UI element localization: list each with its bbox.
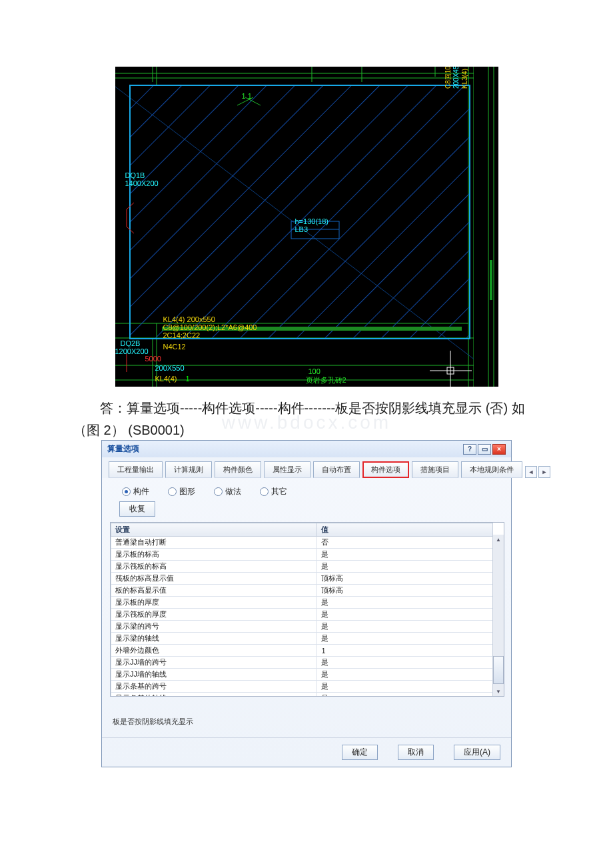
table-row[interactable]: 显示板的标高是 (111, 549, 493, 561)
value-cell[interactable]: 是 (317, 681, 493, 693)
setting-cell: 板的标高显示值 (111, 585, 317, 597)
cad-screenshot: 1 1 DQ1B 1400X200 h=130(18) LB3 KL4(4) 2… (115, 67, 498, 387)
close-icon[interactable]: × (492, 444, 506, 455)
setting-cell: 显示筏板的厚度 (111, 609, 317, 621)
setting-cell: 普通梁自动打断 (111, 537, 317, 549)
tab-comp-options[interactable]: 构件选项 (362, 461, 409, 478)
grid-scrollbar[interactable]: ▲ ▼ (492, 535, 504, 696)
tab-auto-layout[interactable]: 自动布置 (313, 461, 360, 478)
value-cell[interactable]: 是 (317, 633, 493, 645)
table-row[interactable]: 显示条基的轴线是 (111, 693, 493, 697)
tab-bar: 工程量输出 计算规则 构件颜色 属性显示 自动布置 构件选项 措施项目 本地规则… (102, 457, 511, 478)
scroll-down-icon[interactable]: ▼ (494, 687, 503, 696)
setting-cell: 显示JJ墙的跨号 (111, 657, 317, 669)
tab-comp-color[interactable]: 构件颜色 (215, 461, 261, 478)
table-row[interactable]: 板的标高显示值顶标高 (111, 585, 493, 597)
tab-scroll-left-icon[interactable]: ◄ (525, 466, 537, 478)
cad-dq1b: DQ1B 1400X200 (125, 171, 159, 187)
radio-component[interactable]: 构件 (122, 486, 149, 497)
radio-other[interactable]: 其它 (260, 486, 287, 497)
value-cell[interactable]: 顶标高 (317, 573, 493, 585)
tab-calc-rule[interactable]: 计算规则 (165, 461, 212, 478)
cad-shale: 页岩多孔砖2 (306, 375, 346, 385)
setting-cell: 筏板的标高显示值 (111, 573, 317, 585)
table-row[interactable]: 普通梁自动打断否 (111, 537, 493, 549)
setting-cell: 显示板的标高 (111, 549, 317, 561)
cad-dim5000: 5000 (145, 355, 161, 363)
tab-local-rules[interactable]: 本地规则条件 (461, 461, 522, 478)
setting-cell: 显示梁的跨号 (111, 621, 317, 633)
value-cell[interactable]: 是 (317, 621, 493, 633)
dialog-titlebar: 算量选项 ? ▭ × (102, 441, 511, 457)
value-cell[interactable]: 否 (317, 537, 493, 549)
radio-row: 构件 图形 做法 其它 (110, 483, 503, 499)
cad-num1: 1 (186, 375, 190, 383)
cad-right-b: 200X450 (452, 67, 460, 89)
minimize-icon[interactable]: ▭ (478, 444, 491, 455)
options-dialog: 算量选项 ? ▭ × 工程量输出 计算规则 构件颜色 属性显示 自动布置 构件选… (101, 440, 512, 767)
setting-cell: 显示筏板的标高 (111, 561, 317, 573)
tab-prop-display[interactable]: 属性显示 (264, 461, 310, 478)
value-cell[interactable]: 是 (317, 693, 493, 697)
setting-cell: 显示条基的轴线 (111, 693, 317, 697)
table-row[interactable]: 显示梁的轴线是 (111, 633, 493, 645)
cad-dq2b: DQ2B (121, 339, 141, 347)
setting-cell: 显示梁的轴线 (111, 633, 317, 645)
table-row[interactable]: 外墙外边颜色1 (111, 645, 493, 657)
dialog-footer: 确定 取消 应用(A) (102, 737, 511, 767)
help-icon[interactable]: ? (463, 444, 476, 455)
cad-kl44b: KL4(4) 200x550 (163, 315, 215, 323)
value-cell[interactable]: 是 (317, 669, 493, 681)
table-row[interactable]: 显示板的厚度是 (111, 597, 493, 609)
svg-rect-23 (490, 260, 492, 300)
cad-leader-values: 1 1 (242, 92, 252, 100)
setting-cell: 显示条基的跨号 (111, 681, 317, 693)
tab-measures[interactable]: 措施项目 (412, 461, 458, 478)
tab-output[interactable]: 工程量输出 (109, 461, 163, 478)
table-row[interactable]: 显示条基的跨号是 (111, 681, 493, 693)
radio-figure[interactable]: 图形 (168, 486, 195, 497)
radio-practice[interactable]: 做法 (214, 486, 241, 497)
setting-cell: 显示JJ墙的轴线 (111, 669, 317, 681)
col-setting: 设置 (111, 523, 317, 537)
cad-reb2: 2C14;2C22 (163, 331, 201, 339)
ok-button[interactable]: 确定 (342, 745, 378, 760)
cad-dim100: 100 (308, 367, 320, 375)
cad-right-c: KL3(4) (461, 69, 468, 89)
answer-paragraph: 答：算量选项-----构件选项-----构件-------板是否按阴影线填充显示… (73, 397, 540, 441)
cad-reb3: N4C12 (163, 343, 186, 351)
cad-dim200x550: 200X550 (155, 364, 185, 372)
value-cell[interactable]: 顶标高 (317, 585, 493, 597)
table-row[interactable]: 显示筏板的标高是 (111, 561, 493, 573)
value-cell[interactable]: 是 (317, 549, 493, 561)
value-cell[interactable]: 是 (317, 597, 493, 609)
value-cell[interactable]: 是 (317, 609, 493, 621)
settings-grid: 设置 值 普通梁自动打断否显示板的标高是显示筏板的标高是筏板的标高显示值顶标高板… (110, 522, 504, 697)
restore-button[interactable]: 收复 (119, 501, 155, 517)
value-cell[interactable]: 1 (317, 645, 493, 657)
table-row[interactable]: 显示JJ墙的轴线是 (111, 669, 493, 681)
scroll-up-icon[interactable]: ▲ (494, 535, 503, 544)
svg-rect-20 (474, 67, 498, 387)
dialog-title-text: 算量选项 (107, 443, 139, 455)
cad-dim12: 1200X200 (115, 347, 149, 355)
value-cell[interactable]: 是 (317, 561, 493, 573)
radio-label: 构件 (133, 486, 149, 497)
cad-slab: h=130(18) LB3 (295, 217, 328, 233)
setting-cell: 外墙外边颜色 (111, 645, 317, 657)
table-row[interactable]: 显示筏板的厚度是 (111, 609, 493, 621)
radio-label: 图形 (179, 486, 195, 497)
svg-rect-18 (130, 85, 470, 339)
table-row[interactable]: 筏板的标高显示值顶标高 (111, 573, 493, 585)
radio-label: 其它 (271, 486, 287, 497)
value-cell[interactable]: 是 (317, 657, 493, 669)
apply-button[interactable]: 应用(A) (454, 745, 500, 760)
cancel-button[interactable]: 取消 (398, 745, 434, 760)
cad-right-a: C8回100 (444, 67, 453, 89)
scroll-thumb[interactable] (493, 656, 504, 684)
table-row[interactable]: 显示JJ墙的跨号是 (111, 657, 493, 669)
tab-scroll-right-icon[interactable]: ► (538, 466, 550, 478)
table-row[interactable]: 显示梁的跨号是 (111, 621, 493, 633)
cad-reb1: C8@100/200(2);L2*A6@400 (163, 323, 257, 331)
cad-kl44a: KL4(4) (155, 375, 177, 383)
